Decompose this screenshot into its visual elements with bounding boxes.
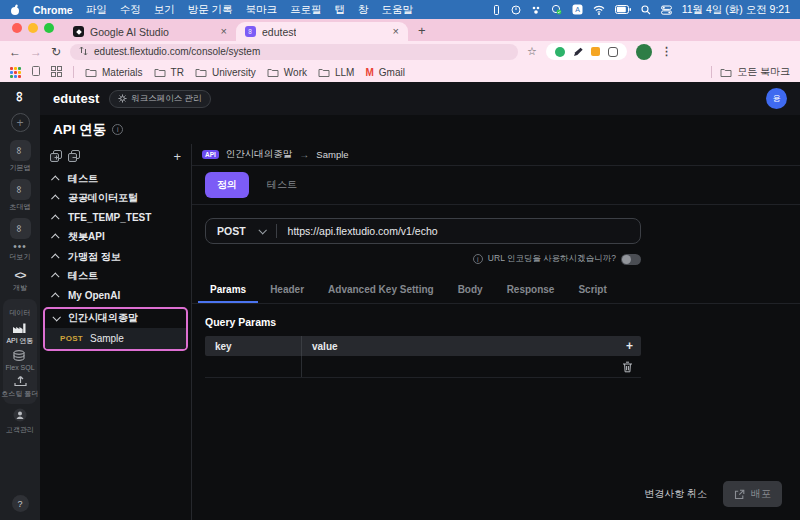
user-avatar[interactable]: 용 — [766, 88, 787, 109]
timer-icon[interactable] — [511, 5, 521, 15]
url-encoding-toggle[interactable] — [621, 254, 641, 265]
extension-green-icon[interactable] — [555, 47, 565, 57]
discard-changes-button[interactable]: 변경사항 취소 — [644, 487, 707, 501]
add-app-button[interactable]: + — [11, 113, 30, 132]
all-bookmarks-button[interactable]: 모든 북마크 — [720, 65, 790, 79]
tree-item-sample[interactable]: POST Sample — [45, 328, 186, 349]
bookmark-folder-university[interactable]: University — [195, 67, 256, 78]
breadcrumb-group[interactable]: 인간시대의종말 — [226, 148, 293, 161]
forward-icon[interactable]: → — [30, 46, 42, 58]
new-tab-button[interactable]: + — [408, 23, 436, 41]
app-third-icon[interactable]: ∞ — [10, 218, 31, 239]
tab-advanced-key-setting[interactable]: Advanced Key Setting — [316, 277, 446, 303]
close-tab-icon[interactable]: × — [393, 26, 399, 37]
close-tab-icon[interactable]: × — [221, 26, 227, 37]
delete-row-button[interactable] — [614, 361, 641, 373]
app-invite-icon[interactable]: ∞ — [10, 179, 31, 200]
wifi-icon[interactable] — [593, 5, 605, 15]
nav-api-integration[interactable]: API 연동 — [6, 322, 33, 346]
tab-params[interactable]: Params — [198, 277, 258, 303]
bookmark-gmail[interactable]: MGmail — [365, 67, 404, 78]
method-select[interactable]: POST — [206, 225, 276, 237]
tab-header[interactable]: Header — [258, 277, 316, 303]
tab-google-ai-studio[interactable]: Google AI Studio × — [64, 22, 236, 41]
tree-group-expanded[interactable]: 인간시대의종말 — [45, 309, 186, 328]
info-icon[interactable]: i — [112, 124, 123, 135]
tab-test[interactable]: 테스트 — [267, 178, 297, 192]
menu-item-help[interactable]: 도움말 — [382, 3, 414, 17]
tree-group[interactable]: My OpenAI — [40, 286, 191, 306]
url-encoding-question: URL 인코딩을 사용하시겠습니까? — [488, 253, 616, 265]
shield-check-icon[interactable] — [551, 4, 562, 15]
apps-grid-icon[interactable] — [10, 67, 21, 78]
tab-response[interactable]: Response — [495, 277, 567, 303]
tree-group[interactable]: 테스트 — [40, 267, 191, 287]
nav-hosting-folder[interactable]: 호스팅 폴더 — [2, 375, 39, 399]
expand-all-icon[interactable] — [50, 148, 62, 166]
extensions-pill — [546, 43, 627, 60]
collapse-all-icon[interactable] — [68, 148, 80, 166]
menu-item-file[interactable]: 파일 — [86, 3, 107, 17]
workspace-manage-button[interactable]: 워크스페이스 관리 — [109, 90, 210, 108]
menu-item-history[interactable]: 방문 기록 — [188, 3, 233, 17]
apple-icon[interactable] — [10, 4, 20, 16]
bookmark-folder-work[interactable]: Work — [267, 67, 307, 78]
input-source-icon[interactable]: A — [572, 4, 583, 15]
keystroke-icon[interactable] — [531, 5, 541, 15]
tab-edutest[interactable]: ∞ edutest × — [236, 22, 408, 41]
tree-group[interactable]: 공공데이터포털 — [40, 189, 191, 209]
value-input[interactable] — [301, 356, 614, 377]
app-basic-icon[interactable]: ∞ — [10, 140, 31, 161]
menu-bar-clock[interactable]: 11월 4일 (화) 오전 9:21 — [682, 3, 790, 17]
tab-script[interactable]: Script — [566, 277, 618, 303]
chrome-menu-icon[interactable]: ⋮ — [661, 45, 672, 58]
profile-avatar[interactable] — [636, 44, 652, 60]
nav-data[interactable]: 데이터 — [10, 306, 31, 318]
extensions-menu-icon[interactable] — [608, 47, 618, 57]
reload-icon[interactable]: ↻ — [51, 46, 61, 58]
site-settings-icon[interactable] — [79, 46, 88, 58]
menu-item-window[interactable]: 창 — [358, 3, 369, 17]
breadcrumb-item[interactable]: Sample — [316, 149, 348, 160]
tree-group[interactable]: 챗봇API — [40, 228, 191, 248]
bookmark-star-icon[interactable]: ☆ — [527, 45, 537, 58]
tree-group[interactable]: 테스트 — [40, 169, 191, 189]
more-icon[interactable]: ••• — [13, 244, 27, 250]
extension-pen-icon[interactable] — [573, 43, 583, 61]
menu-item-view[interactable]: 보기 — [154, 3, 175, 17]
info-icon: i — [473, 254, 483, 264]
menu-item-profiles[interactable]: 프로필 — [290, 3, 322, 17]
menu-item-bookmarks[interactable]: 북마크 — [246, 3, 278, 17]
bookmark-folder-tr[interactable]: TR — [154, 67, 184, 78]
extension-orange-icon[interactable] — [591, 47, 600, 56]
dev-code-icon[interactable]: <> — [15, 269, 26, 281]
battery-icon[interactable] — [615, 5, 631, 14]
nav-customer-management[interactable]: 고객관리 — [6, 408, 34, 435]
minimize-window-button[interactable] — [28, 23, 38, 33]
add-param-button[interactable]: + — [618, 339, 641, 353]
help-button[interactable]: ? — [12, 495, 29, 512]
zoom-window-button[interactable] — [44, 23, 54, 33]
display-icon[interactable] — [492, 5, 501, 15]
menu-item-edit[interactable]: 수정 — [120, 3, 141, 17]
close-window-button[interactable] — [12, 23, 22, 33]
request-url-input[interactable]: https://api.flextudio.com/v1/echo — [277, 225, 438, 237]
add-api-group-button[interactable]: + — [173, 150, 181, 163]
search-icon[interactable] — [641, 5, 651, 15]
bookmark-folder-materials[interactable]: Materials — [85, 67, 143, 78]
back-icon[interactable]: ← — [9, 46, 21, 58]
menu-app-name[interactable]: Chrome — [33, 4, 73, 16]
menu-item-tab[interactable]: 탭 — [335, 3, 346, 17]
shortcut-icon[interactable] — [32, 66, 40, 78]
nav-flex-sql[interactable]: Flex SQL — [5, 350, 34, 371]
tab-groups-icon[interactable] — [51, 66, 62, 79]
table-header-row: key value + — [205, 336, 641, 356]
address-bar[interactable]: edutest.flextudio.com/console/system — [70, 44, 518, 60]
control-center-icon[interactable] — [661, 5, 672, 15]
bookmark-folder-llm[interactable]: LLM — [318, 67, 354, 78]
tab-define[interactable]: 정의 — [205, 172, 249, 198]
tab-body[interactable]: Body — [446, 277, 495, 303]
deploy-button[interactable]: 배포 — [723, 481, 782, 507]
tree-group[interactable]: TFE_TEMP_TEST — [40, 208, 191, 228]
tree-group[interactable]: 가맹점 정보 — [40, 247, 191, 267]
